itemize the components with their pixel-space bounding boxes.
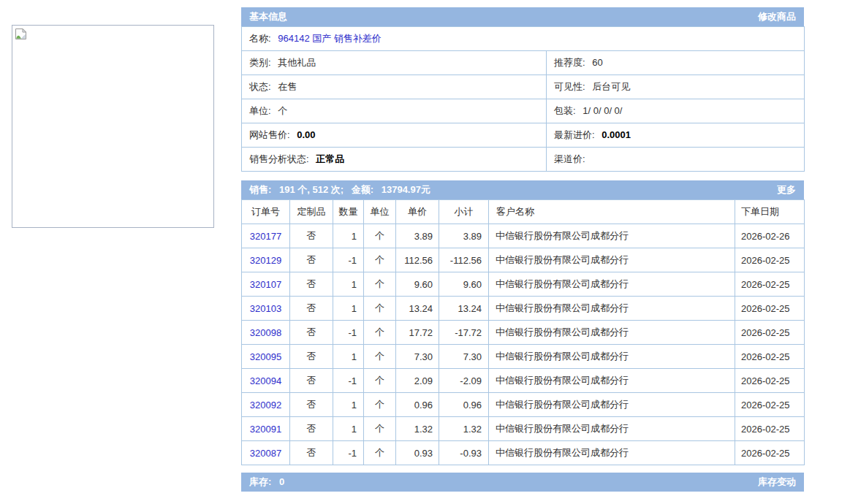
sales-row: 320087否-1个0.93-0.93中信银行股份有限公司成都分行2026-02… [242, 441, 805, 465]
sales-row: 320107否1个9.609.60中信银行股份有限公司成都分行2026-02-2… [242, 272, 805, 297]
order-number-link[interactable]: 320087 [250, 448, 281, 459]
sales-cell: 否 [290, 417, 333, 441]
sales-cell: 否 [290, 393, 333, 417]
sales-cell: 个 [364, 417, 396, 441]
product-name-link[interactable]: 964142 国产 销售补差价 [278, 33, 382, 44]
field-value: 1/ 0/ 0/ 0/ [583, 105, 622, 116]
sales-cell: 中信银行股份有限公司成都分行 [489, 224, 735, 248]
order-number-link[interactable]: 320177 [250, 231, 281, 242]
col-header-unit-price: 单价 [396, 200, 439, 224]
field-sales-analysis-status: 销售分析状态: 正常品 [242, 148, 547, 172]
order-number-link[interactable]: 320107 [250, 279, 281, 290]
table-row: 销售分析状态: 正常品 渠道价: [242, 148, 805, 172]
table-row: 网站售价: 0.00 最新进价: 0.0001 [242, 123, 805, 148]
sales-cell: 3.89 [439, 224, 489, 248]
sales-cell: 2026-02-25 [735, 297, 805, 321]
sales-cell: -0.93 [439, 441, 489, 465]
field-label: 推荐度: [554, 57, 585, 68]
inventory-changes-link[interactable]: 库存变动 [758, 476, 796, 489]
order-number-cell: 320177 [242, 224, 290, 248]
order-number-cell: 320098 [242, 321, 290, 345]
sales-cell: 1 [333, 417, 364, 441]
field-label: 销售分析状态: [249, 153, 309, 164]
sales-quantity-summary: 191 个, 512 次; [279, 184, 344, 195]
sales-cell: 0.96 [439, 393, 489, 417]
sales-cell: 个 [364, 369, 396, 393]
field-unit: 单位: 个 [242, 99, 547, 123]
order-number-link[interactable]: 320095 [250, 351, 281, 362]
sales-cell: 2026-02-25 [735, 272, 805, 297]
sales-amount-label: 金额: [352, 184, 373, 195]
field-value: 0.0001 [602, 129, 631, 140]
col-header-subtotal: 小计 [439, 200, 489, 224]
sales-cell: -1 [333, 441, 364, 465]
sales-cell: 否 [290, 441, 333, 465]
more-link[interactable]: 更多 [777, 183, 796, 196]
sales-cell: -112.56 [439, 248, 489, 272]
sales-cell: 1 [333, 224, 364, 248]
sales-cell: 3.89 [396, 224, 439, 248]
inventory-bar: 库存: 0 库存变动 [241, 473, 804, 492]
field-visibility: 可见性: 后台可见 [547, 75, 805, 99]
sales-cell: 2026-02-25 [735, 345, 805, 369]
table-row: 名称: 964142 国产 销售补差价 [242, 27, 805, 51]
sales-cell: 个 [364, 441, 396, 465]
modify-product-link[interactable]: 修改商品 [758, 10, 796, 23]
sales-cell: 1 [333, 393, 364, 417]
field-label: 渠道价: [554, 153, 585, 164]
sales-cell: 2026-02-25 [735, 417, 805, 441]
col-header-custom: 定制品 [290, 200, 333, 224]
field-value: 0.00 [297, 129, 315, 140]
sales-cell: -1 [333, 369, 364, 393]
order-number-link[interactable]: 320091 [250, 424, 281, 435]
sales-cell: 112.56 [396, 248, 439, 272]
order-number-link[interactable]: 320129 [250, 255, 281, 266]
order-number-link[interactable]: 320092 [250, 400, 281, 411]
sales-row: 320095否1个7.307.30中信银行股份有限公司成都分行2026-02-2… [242, 345, 805, 369]
inventory-label: 库存: [249, 476, 271, 487]
sales-cell: 1 [333, 297, 364, 321]
sales-cell: 个 [364, 248, 396, 272]
field-value: 在售 [278, 81, 297, 92]
field-category: 类别: 其他礼品 [242, 51, 547, 75]
table-row: 类别: 其他礼品 推荐度: 60 [242, 51, 805, 75]
sales-cell: 2026-02-25 [735, 248, 805, 272]
sales-cell: 2026-02-25 [735, 393, 805, 417]
sales-cell: 2.09 [396, 369, 439, 393]
basic-info-table: 名称: 964142 国产 销售补差价 类别: 其他礼品 推荐度: 60 状态:… [241, 26, 805, 172]
sales-cell: 中信银行股份有限公司成都分行 [489, 297, 735, 321]
sales-cell: 中信银行股份有限公司成都分行 [489, 248, 735, 272]
sales-cell: 17.72 [396, 321, 439, 345]
order-number-link[interactable]: 320094 [250, 375, 281, 386]
inventory-value: 0 [279, 476, 284, 487]
field-label: 状态: [249, 81, 271, 92]
panel-title: 基本信息 [249, 11, 287, 22]
sales-cell: -1 [333, 321, 364, 345]
sales-cell: 个 [364, 321, 396, 345]
field-name-label: 名称: [249, 33, 271, 44]
order-number-cell: 320091 [242, 417, 290, 441]
sales-table-body: 320177否1个3.893.89中信银行股份有限公司成都分行2026-02-2… [242, 224, 805, 465]
sales-cell: 个 [364, 272, 396, 297]
sales-cell: 中信银行股份有限公司成都分行 [489, 393, 735, 417]
broken-image-icon [15, 28, 27, 40]
order-number-cell: 320094 [242, 369, 290, 393]
inventory-info: 库存: 0 [249, 476, 284, 489]
sales-cell: 否 [290, 248, 333, 272]
field-value: 后台可见 [592, 81, 630, 92]
sales-cell: 否 [290, 272, 333, 297]
field-value: 个 [278, 105, 287, 116]
sales-cell: 9.60 [439, 272, 489, 297]
col-header-customer-name: 客户名称 [489, 200, 735, 224]
basic-info-title: 基本信息 [249, 10, 287, 23]
sales-cell: 个 [364, 224, 396, 248]
sales-row: 320094否-1个2.09-2.09中信银行股份有限公司成都分行2026-02… [242, 369, 805, 393]
field-value: 60 [592, 57, 602, 68]
field-label: 网站售价: [249, 129, 290, 140]
sales-amount-value: 13794.97元 [382, 184, 430, 195]
col-header-order-date: 下单日期 [735, 200, 805, 224]
order-number-link[interactable]: 320098 [250, 327, 281, 338]
sales-cell: 中信银行股份有限公司成都分行 [489, 345, 735, 369]
order-number-link[interactable]: 320103 [250, 303, 281, 314]
table-row: 状态: 在售 可见性: 后台可见 [242, 75, 805, 99]
